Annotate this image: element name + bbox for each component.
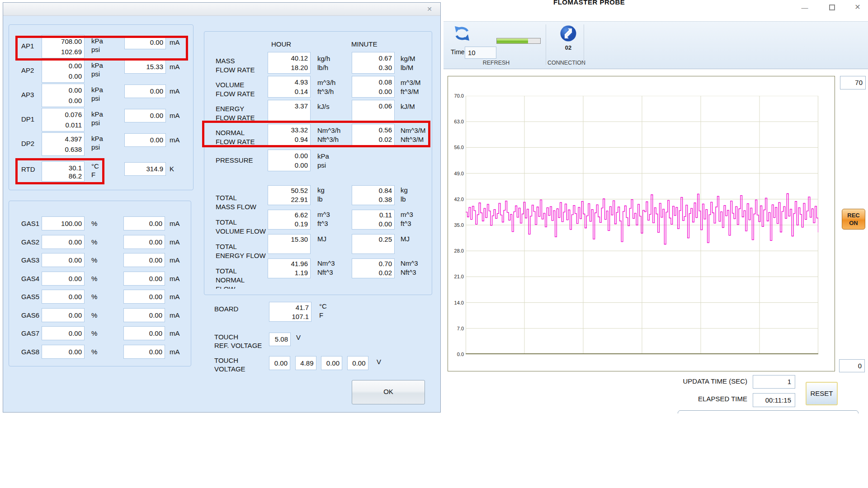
sensor-value-field[interactable]: 4.397 0.638 [42, 132, 85, 156]
sensor-value-field[interactable]: 30.1 86.2 [42, 161, 85, 182]
sensor-value-secondary: 0.00 [42, 72, 82, 80]
sensor-label: DP1 [21, 115, 34, 123]
gas-percent-field[interactable]: 0.00 [42, 235, 85, 249]
touch-voltage-field[interactable]: 0.00 [321, 356, 342, 370]
sensor-value-field[interactable]: 0.076 0.011 [42, 108, 85, 131]
sensor-output-field[interactable]: 0.00 [124, 84, 166, 98]
sensor-label: AP1 [21, 42, 34, 50]
total-row: TOTAL ENERGY FLOW 15.30 MJ 0.25 [204, 234, 432, 254]
gas-output-field[interactable]: 0.00 [123, 345, 165, 359]
connection-icon[interactable] [560, 25, 577, 42]
gas-output-value: 0.00 [124, 256, 162, 264]
sensor-output-field[interactable]: 0.00 [124, 133, 166, 147]
y-max-input[interactable]: 70 [840, 76, 866, 89]
gas-percent-field[interactable]: 0.00 [42, 272, 85, 286]
gas-output-value: 0.00 [124, 347, 162, 356]
total-minute-field[interactable]: 0.84 0.38 [352, 185, 395, 205]
gas-percent-field[interactable]: 0.00 [42, 308, 85, 322]
gas-percent-unit: % [91, 256, 97, 264]
time-input[interactable]: 10 [465, 47, 496, 59]
board-temp-f: 107.1 [269, 312, 309, 321]
sensor-output-value: 0.00 [125, 38, 163, 47]
sensor-value-field[interactable]: 0.00 0.00 [42, 84, 85, 107]
y-tick-label: 0.0 [449, 352, 464, 357]
touch-voltage-field[interactable]: 4.89 [295, 356, 316, 370]
total-minute-value1: 0.84 [352, 186, 392, 195]
touch-voltage-value: 0.00 [321, 359, 340, 367]
gas-output-value: 0.00 [124, 219, 162, 228]
sensor-output-field[interactable]: 0.00 [124, 109, 166, 122]
gas-percent-unit: % [91, 238, 97, 246]
gas-row: GAS1 100.00 % 0.00 mA [9, 216, 191, 230]
gas-output-field[interactable]: 0.00 [123, 290, 165, 304]
sensor-output-value: 0.00 [125, 136, 163, 144]
total-hour-unit1: kg [317, 186, 325, 194]
dialog-titlebar[interactable]: ✕ [3, 3, 440, 16]
board-temp-field[interactable]: 41.7 107.1 [269, 302, 311, 322]
gas-percent-unit: % [91, 219, 97, 228]
total-hour-unit2: Nft^3 [317, 268, 333, 277]
gas-label: GAS7 [21, 329, 39, 338]
y-tick-label: 42.0 [449, 197, 464, 202]
gas-output-field[interactable]: 0.00 [123, 326, 165, 340]
gas-percent-field[interactable]: 0.00 [42, 326, 85, 340]
gas-row: GAS5 0.00 % 0.00 mA [9, 290, 191, 304]
touch-voltage-field[interactable]: 0.00 [269, 356, 290, 370]
total-label-line1: TOTAL [216, 218, 237, 226]
refresh-icon[interactable] [453, 25, 471, 42]
gas-output-field[interactable]: 0.00 [123, 216, 165, 230]
gas-percent-unit: % [91, 274, 97, 283]
sensor-value-field[interactable]: 0.00 0.00 [42, 59, 85, 83]
reset-button[interactable]: RESET [806, 382, 838, 405]
record-on-button[interactable]: REC ON [842, 209, 865, 230]
gas-output-field[interactable]: 0.00 [123, 235, 165, 249]
gas-label: GAS8 [21, 347, 39, 356]
gas-output-field[interactable]: 0.00 [123, 272, 165, 286]
bottom-groupbox-clipped [678, 410, 859, 413]
sensor-output-field[interactable]: 0.00 [124, 36, 166, 49]
dialog-close-icon[interactable]: ✕ [424, 5, 435, 14]
total-hour-unit1: Nm^3 [317, 259, 335, 267]
gas-output-field[interactable]: 0.00 [123, 253, 165, 267]
minimize-button[interactable]: — [799, 2, 811, 12]
gas-percent-field[interactable]: 0.00 [42, 290, 85, 304]
total-hour-field[interactable]: 41.96 1.19 [268, 258, 311, 278]
gas-percent-field[interactable]: 100.00 [42, 216, 85, 230]
maximize-button[interactable] [826, 2, 838, 12]
gas-row: GAS4 0.00 % 0.00 mA [9, 272, 191, 286]
board-unit-f: F [319, 311, 323, 319]
total-minute-field[interactable]: 0.25 [352, 234, 395, 254]
total-label-line1: TOTAL [216, 242, 237, 251]
sensor-output-field[interactable]: 314.9 [124, 162, 166, 176]
sensor-output-field[interactable]: 15.33 [124, 60, 166, 74]
total-hour-field[interactable]: 50.52 22.91 [268, 185, 311, 205]
ok-button[interactable]: OK [352, 380, 425, 404]
sensor-output-unit: K [170, 164, 174, 173]
total-minute-field[interactable]: 0.11 0.00 [352, 210, 395, 230]
gas-percent-field[interactable]: 0.00 [42, 253, 85, 267]
gas-output-unit: mA [170, 292, 180, 301]
connection-id: 02 [555, 44, 581, 51]
gas-panel: GAS1 100.00 % 0.00 mA GAS2 [9, 201, 191, 366]
total-hour-field[interactable]: 15.30 [268, 234, 311, 254]
sensor-value-primary: 4.397 [42, 135, 82, 143]
total-minute-unit1: MJ [401, 235, 410, 243]
gas-percent-field[interactable]: 0.00 [42, 345, 85, 359]
gas-output-field[interactable]: 0.00 [123, 308, 165, 322]
sensor-value-primary: 708.00 [42, 37, 82, 46]
gas-output-value: 0.00 [124, 292, 162, 301]
touch-voltage-field[interactable]: 0.00 [347, 356, 368, 370]
touch-ref-field[interactable]: 5.08 [269, 333, 291, 346]
gas-label: GAS3 [21, 256, 39, 264]
touch-voltage-value: 0.00 [348, 359, 366, 367]
total-row-list: TOTAL MASS FLOW 50.52 22.91 kg lb 0.84 0… [204, 32, 432, 295]
gas-output-unit: mA [170, 238, 180, 246]
close-button[interactable]: ✕ [852, 2, 863, 12]
total-minute-field[interactable]: 0.70 0.02 [352, 258, 395, 278]
sensor-value-field[interactable]: 708.00 102.69 [42, 35, 85, 58]
update-time-input[interactable]: 1 [753, 375, 795, 389]
y-min-input[interactable]: 0 [839, 359, 865, 372]
gas-output-value: 0.00 [124, 274, 162, 283]
total-hour-field[interactable]: 6.62 0.19 [268, 210, 311, 230]
sensor-output-value: 314.9 [125, 164, 163, 173]
